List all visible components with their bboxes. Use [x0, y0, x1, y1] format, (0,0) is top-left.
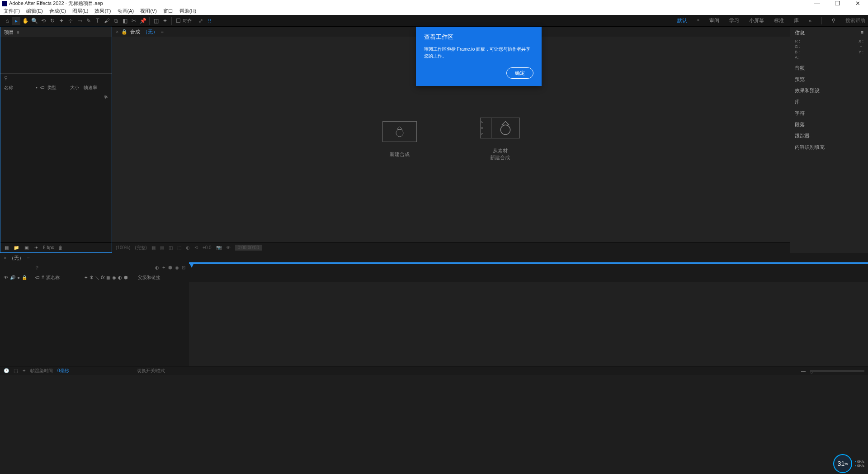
panel-tracker[interactable]: 跟踪器: [790, 130, 868, 142]
eraser-tool[interactable]: ◧: [121, 17, 129, 25]
sw2-icon[interactable]: ✻: [90, 275, 93, 280]
rect-tool[interactable]: ▭: [75, 17, 84, 25]
work-area-bar[interactable]: [189, 262, 868, 264]
roto-tool[interactable]: ✂: [130, 17, 138, 25]
workspace-smallscreen[interactable]: 小屏幕: [749, 17, 764, 24]
menu-help[interactable]: 帮助(H): [179, 8, 196, 14]
parent-col[interactable]: 父级和链接: [138, 275, 160, 281]
workspace-menu-icon[interactable]: ≡: [697, 19, 699, 23]
panel-audio[interactable]: 音频: [790, 62, 868, 74]
menu-file[interactable]: 文件(F): [4, 8, 20, 14]
sw1-icon[interactable]: ✦: [84, 275, 88, 280]
tag-icon[interactable]: 🏷: [40, 85, 45, 90]
menu-layer[interactable]: 图层(L): [72, 8, 88, 14]
project-search[interactable]: ⚲: [0, 73, 112, 83]
playhead[interactable]: [189, 262, 194, 268]
camera-tool[interactable]: ✦: [57, 17, 66, 25]
zoom-slider[interactable]: ○: [810, 370, 864, 372]
search-help[interactable]: 搜索帮助: [845, 17, 865, 24]
grid-icon[interactable]: ▦: [151, 245, 156, 250]
guides-icon[interactable]: ▤: [160, 245, 164, 250]
workspace-library[interactable]: 库: [794, 17, 799, 24]
region-icon[interactable]: ⬚: [177, 245, 181, 250]
adjust-icon[interactable]: ✈: [33, 245, 39, 251]
layer-list[interactable]: [0, 282, 189, 366]
tl-opt2-icon[interactable]: ✦: [162, 265, 165, 270]
sw5-icon[interactable]: ◉: [112, 275, 116, 280]
pen-tool[interactable]: ✎: [85, 17, 93, 25]
col-name[interactable]: 名称: [4, 85, 36, 91]
tl-close-icon[interactable]: ×: [4, 255, 6, 261]
orbit-tool[interactable]: ⟲: [39, 17, 47, 25]
mask-star-icon[interactable]: ✦: [161, 17, 169, 25]
sw6-icon[interactable]: ◐: [118, 275, 122, 280]
comp-lock-icon[interactable]: 🔒: [121, 29, 127, 35]
workspace-more[interactable]: »: [809, 18, 811, 24]
popup-ok-button[interactable]: 确定: [506, 67, 533, 79]
mask-mode-icon[interactable]: ◫: [152, 17, 160, 25]
timeline-track-area[interactable]: [189, 282, 868, 366]
source-col[interactable]: 源名称: [46, 275, 82, 281]
tl-opt4-icon[interactable]: ◉: [175, 265, 179, 270]
panel-character[interactable]: 字符: [790, 108, 868, 119]
sw4-icon[interactable]: ▦: [106, 275, 110, 280]
search-help-icon[interactable]: ⚲: [832, 18, 835, 24]
channel-icon[interactable]: ◐: [186, 245, 190, 250]
tl-menu-icon[interactable]: ≡: [27, 255, 29, 261]
solo-col-icon[interactable]: ●: [17, 275, 20, 280]
flowchart-icon[interactable]: ⚛: [0, 92, 112, 102]
time-display[interactable]: 0:00:00:00: [235, 245, 262, 251]
time-ruler[interactable]: [189, 273, 868, 282]
anchor-tool[interactable]: ⊹: [66, 17, 75, 25]
menu-window[interactable]: 窗口: [163, 8, 173, 14]
tlf-icon3[interactable]: ✦: [22, 368, 26, 373]
panel-menu-icon[interactable]: ≡: [17, 30, 19, 35]
folder-icon[interactable]: 📁: [13, 245, 19, 251]
sw7-icon[interactable]: ⬢: [124, 275, 128, 280]
col-fps[interactable]: 帧速率: [84, 85, 97, 91]
rotate-tool[interactable]: ↻: [48, 17, 57, 25]
workspace-standard[interactable]: 标准: [774, 17, 784, 24]
fx-icon[interactable]: fx: [101, 275, 105, 280]
menu-composition[interactable]: 合成(C): [49, 8, 66, 14]
reset-icon[interactable]: ⟲: [194, 245, 198, 250]
panel-contentaware[interactable]: 内容识别填充: [790, 142, 868, 153]
panel-paragraph[interactable]: 段落: [790, 119, 868, 130]
new-composition-button[interactable]: 新建合成: [382, 121, 417, 158]
selection-tool[interactable]: ▸: [12, 17, 20, 25]
project-list[interactable]: ⚛: [0, 92, 112, 242]
panel-effects[interactable]: 效果和预设: [790, 85, 868, 96]
tl-opt3-icon[interactable]: ⬢: [168, 265, 172, 270]
switch-mode[interactable]: 切换开关/模式: [137, 368, 165, 374]
sw3-icon[interactable]: ＼: [95, 275, 99, 281]
info-menu-icon[interactable]: ≡: [861, 29, 863, 36]
comp-icon[interactable]: ▣: [23, 245, 29, 251]
hand-tool[interactable]: ✋: [21, 17, 29, 25]
eye-col-icon[interactable]: 👁: [4, 275, 8, 280]
puppet-tool[interactable]: 📌: [139, 17, 147, 25]
exposure-value[interactable]: +0.0: [203, 245, 212, 250]
show-icon[interactable]: 👁: [226, 245, 231, 250]
maximize-button[interactable]: ❐: [827, 0, 848, 7]
comp-close-icon[interactable]: ×: [116, 29, 118, 34]
home-tool[interactable]: ⌂: [3, 17, 11, 25]
comp-panel-menu-icon[interactable]: ≡: [160, 29, 163, 34]
speaker-col-icon[interactable]: 🔊: [10, 275, 15, 280]
snap-extra-icon[interactable]: ⁝⁝: [206, 17, 214, 25]
interpret-icon[interactable]: ▦: [3, 245, 9, 251]
snap-options-icon[interactable]: ⤢: [197, 17, 205, 25]
snapshot-icon[interactable]: 📷: [216, 245, 222, 250]
minimize-button[interactable]: —: [807, 0, 827, 7]
tlf-icon1[interactable]: 🕓: [4, 368, 9, 373]
workspace-default[interactable]: 默认: [677, 17, 687, 24]
clone-tool[interactable]: ⧉: [112, 17, 120, 25]
menu-edit[interactable]: 编辑(E): [26, 8, 43, 14]
mask-icon[interactable]: ◫: [169, 245, 173, 250]
lock-col-icon[interactable]: 🔒: [22, 275, 27, 280]
label-col-icon[interactable]: 🏷: [35, 275, 40, 280]
menu-view[interactable]: 视图(V): [140, 8, 157, 14]
col-size[interactable]: 大小: [70, 85, 84, 91]
close-button[interactable]: ✕: [848, 0, 868, 7]
tl-opt1-icon[interactable]: ◐: [155, 265, 159, 270]
resolution-dropdown[interactable]: (完整): [135, 245, 147, 251]
